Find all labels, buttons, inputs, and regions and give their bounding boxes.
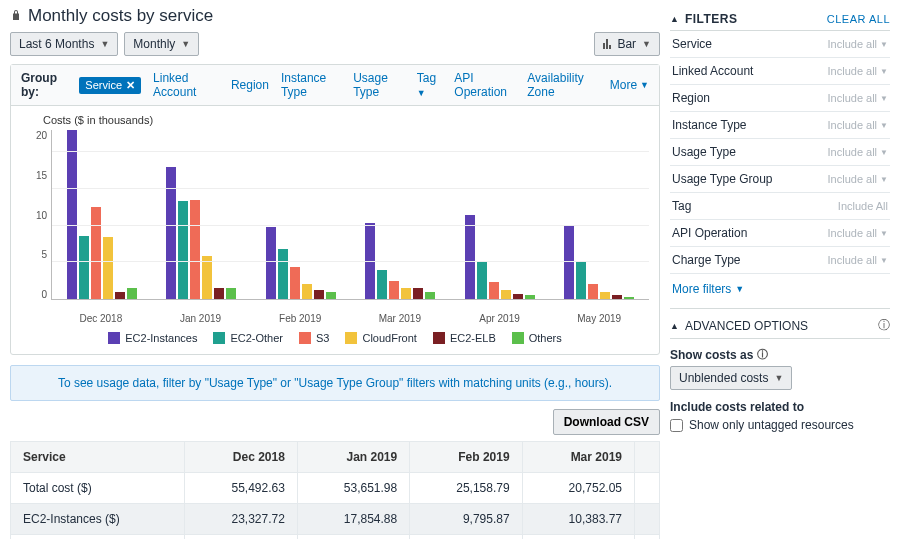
- filter-row[interactable]: Instance TypeInclude all▼: [670, 112, 890, 139]
- bar[interactable]: [624, 297, 634, 299]
- group-by-option[interactable]: Tag ▼: [417, 71, 443, 99]
- checkbox-input[interactable]: [670, 419, 683, 432]
- bar[interactable]: [127, 288, 137, 299]
- table-row[interactable]: Total cost ($)55,492.6353,651.9825,158.7…: [11, 473, 660, 504]
- table-header[interactable]: Mar 2019: [522, 442, 634, 473]
- group-by-option[interactable]: API Operation: [454, 71, 515, 99]
- bar[interactable]: [489, 282, 499, 299]
- filter-row[interactable]: Usage Type GroupInclude all▼: [670, 166, 890, 193]
- bar[interactable]: [190, 200, 200, 299]
- filter-name: Service: [672, 37, 712, 51]
- legend-item[interactable]: CloudFront: [345, 332, 416, 344]
- filter-row[interactable]: ServiceInclude all▼: [670, 31, 890, 58]
- table-cell: EC2-Instances ($): [11, 504, 185, 535]
- table-header[interactable]: Service: [11, 442, 185, 473]
- chart-type-select[interactable]: Bar▼: [594, 32, 660, 56]
- clear-all-filters[interactable]: CLEAR ALL: [827, 13, 890, 25]
- bar[interactable]: [278, 249, 288, 299]
- untagged-resources-checkbox[interactable]: Show only untagged resources: [670, 418, 890, 432]
- filter-row[interactable]: RegionInclude all▼: [670, 85, 890, 112]
- filter-value[interactable]: Include all▼: [828, 146, 888, 158]
- group-by-option[interactable]: Linked Account: [153, 71, 219, 99]
- bar[interactable]: [401, 288, 411, 299]
- caret-down-icon: ▼: [774, 373, 783, 383]
- bar[interactable]: [513, 294, 523, 299]
- download-csv-button[interactable]: Download CSV: [553, 409, 660, 435]
- bar-group: [550, 130, 650, 299]
- legend-item[interactable]: Others: [512, 332, 562, 344]
- bar[interactable]: [564, 226, 574, 299]
- bar[interactable]: [91, 207, 101, 299]
- show-costs-as-select[interactable]: Unblended costs▼: [670, 366, 792, 390]
- group-by-option[interactable]: Region: [231, 78, 269, 92]
- bar[interactable]: [389, 281, 399, 299]
- bar[interactable]: [67, 130, 77, 299]
- filter-value[interactable]: Include all▼: [828, 119, 888, 131]
- filter-row[interactable]: API OperationInclude all▼: [670, 220, 890, 247]
- bar[interactable]: [226, 288, 236, 299]
- bar[interactable]: [103, 237, 113, 299]
- bar[interactable]: [214, 288, 224, 299]
- table-cell: EC2-Other ($): [11, 535, 185, 540]
- filter-value[interactable]: Include all▼: [828, 65, 888, 77]
- bar[interactable]: [79, 236, 89, 299]
- bar[interactable]: [413, 288, 423, 299]
- filter-row[interactable]: TagInclude All: [670, 193, 890, 220]
- legend-item[interactable]: S3: [299, 332, 329, 344]
- filter-value[interactable]: Include All: [838, 200, 888, 212]
- more-filters-link[interactable]: More filters ▼: [670, 274, 890, 304]
- filter-value[interactable]: Include all▼: [828, 92, 888, 104]
- bar[interactable]: [425, 292, 435, 299]
- bar[interactable]: [525, 295, 535, 299]
- group-by-option[interactable]: Instance Type: [281, 71, 341, 99]
- bar[interactable]: [477, 262, 487, 299]
- x-tick-label: Jan 2019: [151, 310, 251, 324]
- filter-value[interactable]: Include all▼: [828, 227, 888, 239]
- advanced-options-header[interactable]: ▲ ADVANCED OPTIONS ⓘ: [670, 308, 890, 339]
- table-cell: 25,158.79: [410, 473, 522, 504]
- filter-row[interactable]: Usage TypeInclude all▼: [670, 139, 890, 166]
- bar[interactable]: [266, 227, 276, 299]
- filter-value[interactable]: Include all▼: [828, 38, 888, 50]
- filter-name: Usage Type Group: [672, 172, 773, 186]
- legend-item[interactable]: EC2-Instances: [108, 332, 197, 344]
- filter-value[interactable]: Include all▼: [828, 173, 888, 185]
- bar[interactable]: [600, 292, 610, 299]
- bar[interactable]: [501, 290, 511, 299]
- bar-group: [351, 130, 451, 299]
- group-by-option[interactable]: Usage Type: [353, 71, 405, 99]
- info-icon[interactable]: ⓘ: [878, 317, 890, 334]
- legend-item[interactable]: EC2-Other: [213, 332, 283, 344]
- bar[interactable]: [202, 256, 212, 299]
- bar[interactable]: [290, 267, 300, 299]
- bar[interactable]: [588, 284, 598, 299]
- filters-panel-header[interactable]: ▲ FILTERS CLEAR ALL: [670, 6, 890, 31]
- group-by-chip[interactable]: Service✕: [79, 77, 141, 94]
- filter-row[interactable]: Charge TypeInclude all▼: [670, 247, 890, 274]
- info-icon[interactable]: ⓘ: [757, 347, 768, 362]
- table-header[interactable]: Jan 2019: [297, 442, 409, 473]
- bar[interactable]: [115, 292, 125, 299]
- filter-row[interactable]: Linked AccountInclude all▼: [670, 58, 890, 85]
- table-header[interactable]: Dec 2018: [185, 442, 297, 473]
- group-by-more[interactable]: More ▼: [610, 78, 649, 92]
- bar[interactable]: [377, 270, 387, 299]
- chip-remove-icon[interactable]: ✕: [126, 79, 135, 92]
- granularity-select[interactable]: Monthly▼: [124, 32, 199, 56]
- table-row[interactable]: EC2-Other ($)8,577.0413,290.036,813.373,…: [11, 535, 660, 540]
- bar[interactable]: [326, 292, 336, 299]
- legend-item[interactable]: EC2-ELB: [433, 332, 496, 344]
- bar[interactable]: [178, 201, 188, 299]
- filter-value[interactable]: Include all▼: [828, 254, 888, 266]
- table-row[interactable]: EC2-Instances ($)23,327.7217,854.889,795…: [11, 504, 660, 535]
- group-by-option[interactable]: Availability Zone: [527, 71, 597, 99]
- table-cell: 6,813.37: [410, 535, 522, 540]
- bar[interactable]: [612, 295, 622, 299]
- bar[interactable]: [314, 290, 324, 299]
- show-costs-as-label: Show costs as: [670, 348, 753, 362]
- table-header[interactable]: Feb 2019: [410, 442, 522, 473]
- bar[interactable]: [465, 215, 475, 300]
- bar[interactable]: [302, 284, 312, 299]
- time-range-select[interactable]: Last 6 Months▼: [10, 32, 118, 56]
- bar[interactable]: [576, 261, 586, 299]
